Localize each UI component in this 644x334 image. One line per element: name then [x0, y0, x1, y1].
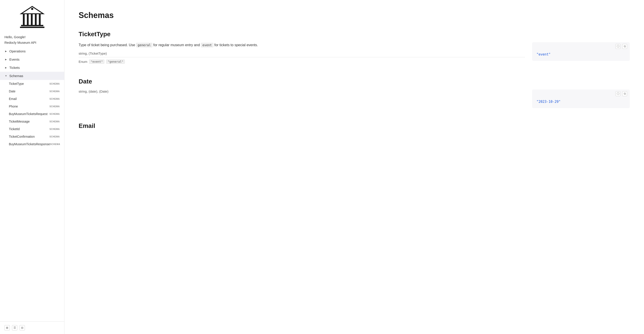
schema-description-tickettype: Type of ticket being purchased. Use gene…: [78, 42, 525, 64]
svg-point-1: [31, 8, 33, 10]
chevron-right-icon: ▶: [4, 66, 8, 69]
schema-item-label: Phone: [9, 104, 18, 108]
schema-text-tickettype: Type of ticket being purchased. Use gene…: [78, 42, 525, 48]
sidebar-item-events[interactable]: ▶ Events: [0, 55, 64, 64]
svg-rect-8: [20, 27, 44, 28]
info-icon-button-date[interactable]: ⓘ: [616, 91, 620, 96]
schema-body-date: string, (date), (Date) ⓘ ⧉ "2023-10-29": [78, 90, 630, 108]
sidebar-schema-Email[interactable]: EmailSCHEMA: [0, 95, 64, 102]
sidebar-schema-BuyMuseumTicketsResponse[interactable]: BuyMuseumTicketsResponseSCHEMA: [0, 140, 64, 148]
schema-item-badge: SCHEMA: [50, 113, 60, 115]
schema-item-label: TicketType: [9, 82, 24, 86]
sidebar-item-schemas[interactable]: ▼ Schemas: [0, 72, 64, 80]
code-event: event: [201, 43, 214, 47]
chevron-down-icon: ▼: [4, 74, 8, 78]
example-toolbar-tickettype: ⓘ ⧉: [532, 42, 630, 51]
schema-item-label: TicketConfirmation: [9, 135, 35, 138]
schema-body-tickettype: Type of ticket being purchased. Use gene…: [78, 42, 630, 64]
chevron-right-icon: ▶: [4, 58, 8, 61]
sidebar-schema-BuyMuseumTicketsRequest[interactable]: BuyMuseumTicketsRequestSCHEMA: [0, 110, 64, 118]
schema-item-badge: SCHEMA: [50, 98, 60, 100]
svg-rect-3: [27, 14, 29, 25]
sidebar-schema-Date[interactable]: DateSCHEMA: [0, 88, 64, 95]
schema-section-date: Date string, (date), (Date) ⓘ ⧉ "2023-10…: [78, 78, 630, 108]
desc-middle: for regular museum entry and: [152, 43, 201, 47]
code-general: general: [136, 43, 152, 47]
columns-view-icon[interactable]: ⊟: [20, 325, 25, 330]
desc-before: Type of ticket being purchased. Use: [78, 43, 136, 47]
logo-area: [0, 0, 64, 33]
chevron-right-icon: ▶: [4, 50, 8, 53]
svg-marker-0: [21, 6, 43, 14]
example-value-date: "2023-10-29": [532, 98, 630, 108]
info-icon-button[interactable]: ⓘ: [616, 44, 620, 49]
schema-item-badge: SCHEMA: [50, 143, 60, 146]
schema-example-tickettype: ⓘ ⧉ "event": [532, 42, 630, 61]
schema-description-date: string, (date), (Date): [78, 90, 525, 95]
schema-item-label: Date: [9, 90, 16, 93]
schema-list: TicketTypeSCHEMADateSCHEMAEmailSCHEMAPho…: [0, 80, 64, 148]
svg-rect-7: [21, 25, 43, 26]
schema-item-label: BuyMuseumTicketsResponse: [9, 142, 50, 146]
schema-meta-tickettype: string, (TicketType): [78, 52, 525, 55]
enum-label: Enum: [78, 60, 87, 64]
enum-value-event: "event": [89, 60, 104, 64]
example-toolbar-date: ⓘ ⧉: [532, 90, 630, 98]
sidebar-schema-TicketId[interactable]: TicketIdSCHEMA: [0, 125, 64, 133]
svg-rect-5: [35, 14, 37, 25]
schema-item-label: TicketMessage: [9, 120, 30, 123]
sidebar-item-label: Schemas: [9, 74, 23, 78]
svg-rect-4: [31, 14, 33, 25]
logo-icon: [19, 5, 46, 30]
enum-value-general: "general": [106, 60, 125, 64]
copy-icon-button[interactable]: ⧉: [622, 44, 627, 49]
sidebar-schema-Phone[interactable]: PhoneSCHEMA: [0, 102, 64, 110]
grid-view-icon[interactable]: ⊞: [4, 325, 10, 330]
schema-item-label: Email: [9, 97, 17, 100]
svg-rect-6: [39, 14, 41, 25]
sidebar: Hello, Google! Redocly Museum API ▶ Oper…: [0, 0, 64, 334]
svg-rect-2: [23, 14, 25, 25]
schema-heading-date: Date: [78, 78, 630, 85]
schema-section-tickettype: TicketType Type of ticket being purchase…: [78, 31, 630, 64]
schema-item-badge: SCHEMA: [50, 120, 60, 123]
enum-line-tickettype: Enum "event" "general": [78, 57, 525, 64]
schema-item-badge: SCHEMA: [50, 90, 60, 92]
example-value-tickettype: "event": [532, 51, 630, 61]
desc-after: for tickets to special events.: [214, 43, 258, 47]
schema-heading-tickettype: TicketType: [78, 31, 630, 38]
schema-meta-date: string, (date), (Date): [78, 90, 525, 93]
schema-example-date: ⓘ ⧉ "2023-10-29": [532, 90, 630, 108]
sidebar-item-tickets[interactable]: ▶ Tickets: [0, 64, 64, 72]
sidebar-item-label: Operations: [9, 49, 26, 53]
schema-item-label: TicketId: [9, 127, 20, 131]
schema-heading-email: Email: [78, 122, 630, 130]
sidebar-schema-TicketConfirmation[interactable]: TicketConfirmationSCHEMA: [0, 133, 64, 140]
list-view-icon[interactable]: ☰: [12, 325, 17, 330]
schema-item-badge: SCHEMA: [50, 128, 60, 130]
sidebar-item-label: Tickets: [9, 66, 20, 70]
sidebar-schema-TicketType[interactable]: TicketTypeSCHEMA: [0, 80, 64, 88]
schema-item-badge: SCHEMA: [50, 136, 60, 138]
sidebar-bottom: ⊞ ☰ ⊟: [0, 321, 64, 334]
sidebar-greeting: Hello, Google!: [0, 33, 64, 40]
schema-item-label: BuyMuseumTicketsRequest: [9, 112, 48, 116]
copy-icon-button-date[interactable]: ⧉: [622, 91, 627, 96]
sidebar-item-label: Events: [9, 58, 20, 61]
schema-section-email: Email: [78, 122, 630, 130]
sidebar-api-name: Redocly Museum API: [0, 40, 64, 47]
sidebar-item-operations[interactable]: ▶ Operations: [0, 47, 64, 55]
schema-item-badge: SCHEMA: [50, 82, 60, 85]
sidebar-schema-TicketMessage[interactable]: TicketMessageSCHEMA: [0, 118, 64, 125]
main-content: Schemas TicketType Type of ticket being …: [64, 0, 644, 334]
page-title: Schemas: [78, 11, 630, 20]
schema-item-badge: SCHEMA: [50, 105, 60, 108]
